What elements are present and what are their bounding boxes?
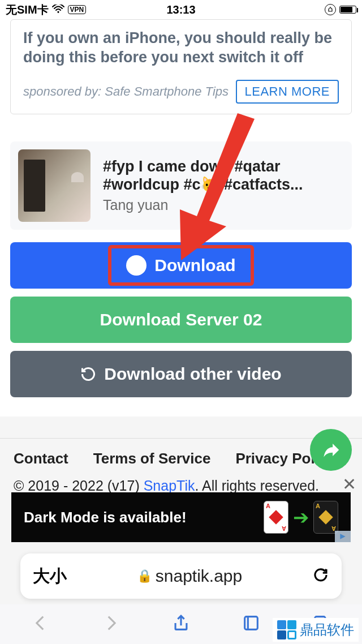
dark-mode-text: Dark Mode is available! [24,509,187,526]
dark-mode-ad-banner[interactable]: Dark Mode is available! AA ➔ AA [11,492,351,542]
carrier-text: 无SIM卡 [6,2,49,18]
ad-sponsor-text: sponsored by: Safe Smartphone Tips [23,84,229,99]
video-result-card: #fyp I came down #qatar #worldcup #c🐱 #c… [10,141,352,230]
battery-icon [339,6,356,14]
download-other-video-button[interactable]: Download other video [10,351,352,397]
adchoices-icon[interactable] [335,531,351,542]
vpn-badge: VPN [68,5,87,14]
download-icon [126,255,146,276]
forward-button[interactable] [101,613,120,635]
orientation-lock-icon [325,4,336,15]
footer-separator [0,438,362,439]
refresh-icon [80,366,96,382]
footer-link-contact[interactable]: Contact [14,450,68,467]
watermark: 鼎品软件 [273,618,359,642]
share-button[interactable] [171,613,191,635]
download-button[interactable]: Download [10,242,352,289]
video-title: #fyp I came down #qatar #worldcup #c🐱 #c… [103,157,344,194]
wifi-icon [52,3,64,16]
bookmarks-button[interactable] [242,613,261,635]
status-bar: 无SIM卡 VPN 13:13 [0,0,362,19]
close-ad-button[interactable]: ✕ [342,474,356,494]
brand-link[interactable]: SnapTik [144,478,195,493]
back-button[interactable] [31,613,50,635]
text-size-button[interactable]: 大小 [33,565,67,588]
copyright-text: © 2019 - 2022 (v17) SnapTik. All rights … [0,467,362,494]
card-illustration: AA ➔ AA [264,501,338,534]
learn-more-button[interactable]: LEARN MORE [236,80,339,104]
svg-rect-2 [245,617,258,630]
footer-links: Contact Terms of Service Privacy Poli… [0,450,362,467]
svg-point-0 [57,11,59,12]
watermark-text: 鼎品软件 [300,621,354,639]
download-button-label: Download [154,256,235,275]
ad-headline: If you own an iPhone, you should really … [23,29,339,67]
clock: 13:13 [166,3,195,16]
reload-button[interactable] [312,566,329,586]
share-arrow-icon [320,439,342,461]
watermark-logo-icon [277,620,296,639]
sponsored-ad-card[interactable]: If you own an iPhone, you should really … [10,19,352,114]
video-thumbnail [18,149,90,222]
footer-link-terms[interactable]: Terms of Service [93,450,211,467]
video-author: Tang yuan [103,197,344,213]
arrow-right-icon: ➔ [293,506,309,529]
browser-address-bar[interactable]: 大小 🔒 snaptik.app [20,553,342,599]
lock-icon: 🔒 [137,569,152,583]
share-fab[interactable] [310,429,352,471]
download-server-02-button[interactable]: Download Server 02 [10,297,352,343]
url-text: snaptik.app [156,566,242,586]
